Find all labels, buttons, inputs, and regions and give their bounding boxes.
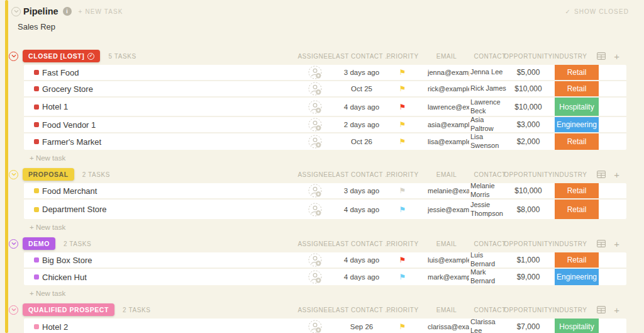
status-square-icon[interactable] bbox=[34, 207, 39, 212]
task-row[interactable]: Department Store 4 days ago ⚑ jessie@exa… bbox=[24, 200, 626, 219]
new-task-row-button[interactable]: + New task bbox=[30, 154, 80, 163]
info-icon[interactable]: i bbox=[63, 7, 72, 16]
task-row[interactable]: Chicken Hut 4 days ago ⚑ mark@example.co… bbox=[24, 269, 626, 285]
email-cell[interactable]: asia@example.com bbox=[428, 117, 469, 132]
status-square-icon[interactable] bbox=[34, 257, 39, 262]
last-contact-cell[interactable]: 4 days ago bbox=[340, 269, 384, 285]
opportunity-cell[interactable]: $7,000 bbox=[507, 319, 550, 333]
add-column-icon[interactable]: + bbox=[611, 302, 623, 317]
column-header-industry[interactable]: INDUSTRY bbox=[547, 236, 592, 251]
show-closed-toggle[interactable]: ✓ SHOW CLOSED bbox=[565, 8, 629, 15]
email-cell[interactable]: melanie@example.com bbox=[428, 183, 469, 198]
column-header-opportunity[interactable]: OPPORTUNITY bbox=[507, 302, 550, 317]
column-header-opportunity[interactable]: OPPORTUNITY bbox=[507, 48, 550, 64]
column-header-last-contact[interactable]: LAST CONTACT ... bbox=[340, 48, 384, 64]
contact-cell[interactable]: Jenna Lee bbox=[470, 65, 507, 80]
priority-flag-icon[interactable]: ⚑ bbox=[384, 117, 421, 132]
contact-cell[interactable]: Lisa Swenson bbox=[470, 133, 507, 150]
task-row[interactable]: Food Merchant 3 days ago ⚑ melanie@examp… bbox=[24, 183, 626, 200]
add-column-icon[interactable]: + bbox=[611, 48, 623, 64]
add-column-icon[interactable]: + bbox=[611, 167, 623, 182]
assignee-add-icon[interactable] bbox=[291, 269, 340, 285]
task-name[interactable]: Food Merchant bbox=[42, 186, 97, 196]
task-row[interactable]: Grocery Store Oct 25 ⚑ rick@example.com … bbox=[24, 81, 626, 98]
assignee-add-icon[interactable] bbox=[291, 65, 340, 80]
group-status-badge[interactable]: DEMO bbox=[23, 237, 55, 250]
contact-cell[interactable]: Clarissa Lee bbox=[470, 319, 507, 333]
assignee-add-icon[interactable] bbox=[291, 183, 340, 198]
column-header-last-contact[interactable]: LAST CONTACT ... bbox=[340, 167, 384, 182]
task-name[interactable]: Chicken Hut bbox=[42, 273, 87, 282]
priority-flag-icon[interactable]: ⚑ bbox=[384, 269, 421, 285]
priority-flag-icon[interactable]: ⚑ bbox=[384, 252, 421, 268]
column-header-priority[interactable]: PRIORITY bbox=[384, 236, 421, 251]
collapse-group-icon[interactable] bbox=[9, 239, 18, 249]
opportunity-cell[interactable]: $2,000 bbox=[507, 133, 550, 150]
new-task-row-button[interactable]: + New task bbox=[30, 289, 80, 298]
industry-badge[interactable]: Engineering bbox=[555, 117, 599, 132]
contact-cell[interactable]: Asia Paltrow bbox=[470, 117, 507, 132]
assignee-add-icon[interactable] bbox=[291, 98, 340, 116]
column-header-industry[interactable]: INDUSTRY bbox=[547, 167, 592, 182]
opportunity-cell[interactable]: $10,000 bbox=[507, 98, 550, 116]
last-contact-cell[interactable]: 4 days ago bbox=[340, 200, 384, 219]
column-header-priority[interactable]: PRIORITY bbox=[384, 48, 421, 64]
group-status-badge[interactable]: PROPOSAL bbox=[23, 168, 74, 181]
task-row[interactable]: Fast Food 3 days ago ⚑ jenna@example.com… bbox=[24, 65, 626, 81]
priority-flag-icon[interactable]: ⚑ bbox=[384, 200, 421, 219]
opportunity-cell[interactable]: $8,000 bbox=[507, 200, 550, 219]
industry-badge[interactable]: Retail bbox=[555, 81, 599, 96]
collapse-group-icon[interactable] bbox=[9, 170, 18, 179]
task-row[interactable]: Hotel 1 4 days ago ⚑ lawrence@example.co… bbox=[24, 98, 626, 117]
new-task-button[interactable]: + NEW TASK bbox=[79, 8, 123, 15]
task-name[interactable]: Hotel 1 bbox=[42, 102, 68, 111]
table-icon[interactable] bbox=[595, 302, 608, 317]
last-contact-cell[interactable]: 2 days ago bbox=[340, 117, 384, 132]
opportunity-cell[interactable]: $10,000 bbox=[507, 183, 550, 198]
column-header-industry[interactable]: INDUSTRY bbox=[547, 48, 592, 64]
add-column-icon[interactable]: + bbox=[611, 236, 623, 251]
industry-badge[interactable]: Engineering bbox=[555, 269, 599, 285]
collapse-group-icon[interactable] bbox=[9, 52, 18, 61]
task-name[interactable]: Department Store bbox=[42, 205, 107, 214]
email-cell[interactable]: rick@example.com bbox=[428, 81, 469, 96]
assignee-add-icon[interactable] bbox=[291, 133, 340, 150]
column-header-opportunity[interactable]: OPPORTUNITY bbox=[507, 236, 550, 251]
table-icon[interactable] bbox=[595, 48, 608, 64]
column-header-email[interactable]: EMAIL bbox=[424, 302, 469, 317]
new-task-row-button[interactable]: + New task bbox=[30, 223, 80, 232]
industry-badge[interactable]: Retail bbox=[555, 200, 599, 219]
email-cell[interactable]: jessie@example.com bbox=[428, 200, 469, 219]
priority-flag-icon[interactable]: ⚑ bbox=[384, 183, 421, 198]
task-row[interactable]: Hotel 2 Sep 26 ⚑ clarissa@example.com Cl… bbox=[24, 319, 626, 333]
assignee-add-icon[interactable] bbox=[291, 200, 340, 219]
column-header-email[interactable]: EMAIL bbox=[424, 167, 469, 182]
last-contact-cell[interactable]: 3 days ago bbox=[340, 65, 384, 80]
industry-badge[interactable]: Retail bbox=[555, 183, 599, 198]
last-contact-cell[interactable]: Sep 26 bbox=[340, 319, 384, 333]
contact-cell[interactable]: Jessie Thompson bbox=[470, 200, 507, 219]
task-row[interactable]: Food Vendor 1 2 days ago ⚑ asia@example.… bbox=[24, 117, 626, 133]
opportunity-cell[interactable]: $5,000 bbox=[507, 65, 550, 80]
task-row[interactable]: Big Box Store 4 days ago ⚑ luis@example.… bbox=[24, 252, 626, 269]
opportunity-cell[interactable]: $3,000 bbox=[507, 117, 550, 132]
last-contact-cell[interactable]: Oct 26 bbox=[340, 133, 384, 150]
task-name[interactable]: Big Box Store bbox=[42, 256, 92, 265]
email-cell[interactable]: lawrence@example.com bbox=[428, 98, 469, 116]
group-status-badge[interactable]: CLOSED [LOST] ✓ bbox=[23, 50, 100, 62]
priority-flag-icon[interactable]: ⚑ bbox=[384, 133, 421, 150]
assignee-add-icon[interactable] bbox=[291, 252, 340, 268]
email-cell[interactable]: lisa@example.com bbox=[428, 133, 469, 150]
column-header-priority[interactable]: PRIORITY bbox=[384, 302, 421, 317]
task-name[interactable]: Food Vendor 1 bbox=[42, 120, 96, 130]
priority-flag-icon[interactable]: ⚑ bbox=[384, 98, 421, 116]
task-name[interactable]: Farmer's Market bbox=[42, 137, 101, 147]
last-contact-cell[interactable]: 3 days ago bbox=[340, 183, 384, 198]
industry-badge[interactable]: Hospitality bbox=[555, 319, 599, 333]
group-status-badge[interactable]: QUALIFIED PROSPECT bbox=[23, 303, 114, 316]
contact-cell[interactable]: Rick James bbox=[470, 81, 507, 96]
contact-cell[interactable]: Luis Bernard bbox=[470, 252, 507, 268]
collapse-group-icon[interactable] bbox=[9, 305, 18, 315]
priority-flag-icon[interactable]: ⚑ bbox=[384, 65, 421, 80]
status-square-icon[interactable] bbox=[34, 274, 39, 279]
